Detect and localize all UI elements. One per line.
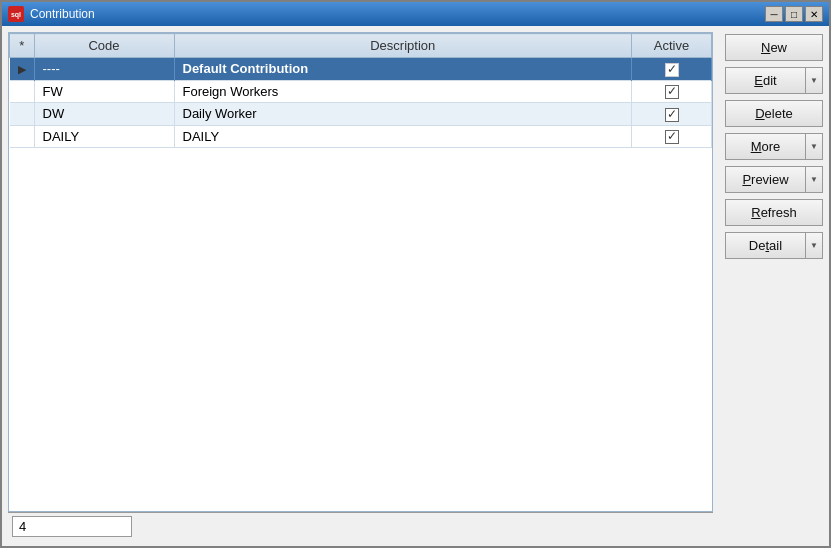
- preview-underline: P: [742, 172, 751, 187]
- detail-button-group: Detail ▼: [725, 232, 823, 259]
- preview-dropdown-button[interactable]: ▼: [805, 166, 823, 193]
- col-header-description[interactable]: Description: [174, 34, 632, 58]
- row-indicator: [10, 103, 35, 126]
- delete-button[interactable]: Delete: [725, 100, 823, 127]
- row-code: ----: [34, 58, 174, 81]
- more-button[interactable]: More: [725, 133, 805, 160]
- table-row[interactable]: ▶ ---- Default Contribution: [10, 58, 712, 81]
- title-bar: sql Contribution ─ □ ✕: [2, 2, 829, 26]
- table-row[interactable]: DAILY DAILY: [10, 125, 712, 148]
- preview-button[interactable]: Preview: [725, 166, 805, 193]
- edit-underline: E: [754, 73, 763, 88]
- new-button-group: New: [725, 34, 823, 61]
- col-header-active[interactable]: Active: [632, 34, 712, 58]
- title-bar-left: sql Contribution: [8, 6, 95, 22]
- active-checkbox: [665, 130, 679, 144]
- record-count: 4: [12, 516, 132, 537]
- row-indicator: ▶: [10, 58, 35, 81]
- contribution-table: * Code Description Active ▶ ---- Default…: [9, 33, 712, 148]
- title-buttons: ─ □ ✕: [765, 6, 823, 22]
- refresh-button-group: Refresh: [725, 199, 823, 226]
- refresh-underline: R: [751, 205, 760, 220]
- row-indicator: [10, 80, 35, 103]
- edit-button-group: Edit ▼: [725, 67, 823, 94]
- maximize-button[interactable]: □: [785, 6, 803, 22]
- preview-button-group: Preview ▼: [725, 166, 823, 193]
- sidebar: New Edit ▼ Delete More ▼: [719, 26, 829, 546]
- row-code: DW: [34, 103, 174, 126]
- row-description: Daily Worker: [174, 103, 632, 126]
- row-active: [632, 125, 712, 148]
- minimize-button[interactable]: ─: [765, 6, 783, 22]
- row-code: DAILY: [34, 125, 174, 148]
- row-description: Default Contribution: [174, 58, 632, 81]
- close-button[interactable]: ✕: [805, 6, 823, 22]
- refresh-button[interactable]: Refresh: [725, 199, 823, 226]
- delete-underline: D: [755, 106, 764, 121]
- table-row[interactable]: FW Foreign Workers: [10, 80, 712, 103]
- col-header-code[interactable]: Code: [34, 34, 174, 58]
- active-checkbox: [665, 63, 679, 77]
- row-description: DAILY: [174, 125, 632, 148]
- row-indicator: [10, 125, 35, 148]
- table-container: * Code Description Active ▶ ---- Default…: [8, 32, 713, 512]
- table-row[interactable]: DW Daily Worker: [10, 103, 712, 126]
- main-area: * Code Description Active ▶ ---- Default…: [2, 26, 719, 546]
- row-active: [632, 80, 712, 103]
- active-checkbox: [665, 108, 679, 122]
- status-bar: 4: [8, 512, 713, 540]
- edit-button[interactable]: Edit: [725, 67, 805, 94]
- row-active: [632, 58, 712, 81]
- edit-dropdown-button[interactable]: ▼: [805, 67, 823, 94]
- col-header-indicator[interactable]: *: [10, 34, 35, 58]
- detail-underline: t: [765, 238, 769, 253]
- window-title: Contribution: [30, 7, 95, 21]
- new-underline: N: [761, 40, 770, 55]
- row-description: Foreign Workers: [174, 80, 632, 103]
- detail-dropdown-button[interactable]: ▼: [805, 232, 823, 259]
- delete-button-group: Delete: [725, 100, 823, 127]
- detail-button[interactable]: Detail: [725, 232, 805, 259]
- window-body: * Code Description Active ▶ ---- Default…: [2, 26, 829, 546]
- more-dropdown-button[interactable]: ▼: [805, 133, 823, 160]
- active-checkbox: [665, 85, 679, 99]
- app-icon: sql: [8, 6, 24, 22]
- new-button[interactable]: New: [725, 34, 823, 61]
- more-underline: M: [751, 139, 762, 154]
- row-code: FW: [34, 80, 174, 103]
- main-window: sql Contribution ─ □ ✕ * Code Descriptio…: [0, 0, 831, 548]
- more-button-group: More ▼: [725, 133, 823, 160]
- row-active: [632, 103, 712, 126]
